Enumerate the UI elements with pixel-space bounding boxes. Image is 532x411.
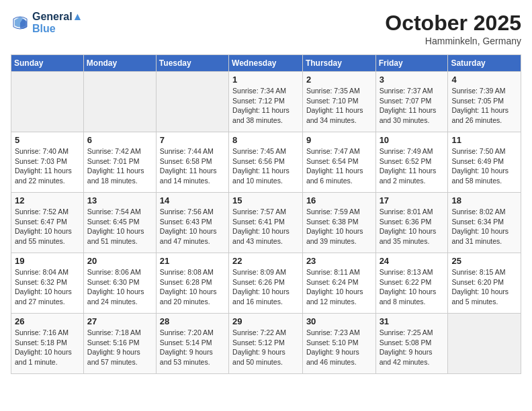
day-info: Sunrise: 7:18 AM Sunset: 5:16 PM Dayligh… (87, 328, 152, 367)
calendar-cell: 26Sunrise: 7:16 AM Sunset: 5:18 PM Dayli… (11, 314, 84, 374)
day-info: Sunrise: 7:44 AM Sunset: 6:58 PM Dayligh… (160, 146, 225, 186)
day-info: Sunrise: 8:01 AM Sunset: 6:36 PM Dayligh… (380, 207, 445, 246)
day-info: Sunrise: 7:37 AM Sunset: 7:07 PM Dayligh… (380, 86, 445, 126)
day-info: Sunrise: 8:11 AM Sunset: 6:24 PM Dayligh… (306, 267, 372, 307)
calendar-cell: 6Sunrise: 7:42 AM Sunset: 7:01 PM Daylig… (83, 132, 156, 193)
day-info: Sunrise: 7:16 AM Sunset: 5:18 PM Dayligh… (15, 328, 80, 367)
day-number: 8 (232, 135, 299, 145)
day-number: 6 (87, 135, 152, 145)
day-number: 1 (232, 75, 299, 85)
calendar-header-row: SundayMondayTuesdayWednesdayThursdayFrid… (11, 55, 521, 72)
day-info: Sunrise: 7:45 AM Sunset: 6:56 PM Dayligh… (232, 146, 299, 186)
day-number: 11 (451, 135, 517, 145)
column-header-saturday: Saturday (448, 55, 521, 72)
day-info: Sunrise: 7:56 AM Sunset: 6:43 PM Dayligh… (160, 207, 225, 246)
calendar-cell: 25Sunrise: 8:15 AM Sunset: 6:20 PM Dayli… (448, 253, 521, 314)
day-info: Sunrise: 7:47 AM Sunset: 6:54 PM Dayligh… (306, 146, 372, 186)
day-info: Sunrise: 8:15 AM Sunset: 6:20 PM Dayligh… (451, 267, 517, 307)
calendar-cell: 18Sunrise: 8:02 AM Sunset: 6:34 PM Dayli… (448, 193, 521, 253)
day-info: Sunrise: 7:40 AM Sunset: 7:03 PM Dayligh… (15, 146, 80, 186)
day-info: Sunrise: 7:57 AM Sunset: 6:41 PM Dayligh… (232, 207, 299, 246)
column-header-thursday: Thursday (302, 55, 375, 72)
calendar-cell: 19Sunrise: 8:04 AM Sunset: 6:32 PM Dayli… (11, 253, 84, 314)
day-info: Sunrise: 7:52 AM Sunset: 6:47 PM Dayligh… (15, 207, 80, 246)
column-header-friday: Friday (375, 55, 448, 72)
column-header-wednesday: Wednesday (229, 55, 303, 72)
day-number: 10 (380, 135, 445, 145)
day-number: 31 (380, 316, 445, 326)
day-info: Sunrise: 8:02 AM Sunset: 6:34 PM Dayligh… (451, 207, 517, 246)
calendar-cell: 23Sunrise: 8:11 AM Sunset: 6:24 PM Dayli… (302, 253, 375, 314)
day-number: 30 (306, 316, 372, 326)
calendar-cell (11, 72, 84, 132)
day-number: 28 (160, 316, 225, 326)
calendar-cell: 14Sunrise: 7:56 AM Sunset: 6:43 PM Dayli… (156, 193, 228, 253)
day-number: 18 (451, 195, 517, 205)
day-number: 15 (232, 195, 299, 205)
day-info: Sunrise: 8:13 AM Sunset: 6:22 PM Dayligh… (380, 267, 445, 307)
day-number: 5 (15, 135, 80, 145)
day-number: 16 (306, 195, 372, 205)
logo-text: General▲ Blue (32, 11, 83, 34)
logo-icon (11, 13, 30, 32)
calendar-cell: 3Sunrise: 7:37 AM Sunset: 7:07 PM Daylig… (375, 72, 448, 132)
calendar-cell: 5Sunrise: 7:40 AM Sunset: 7:03 PM Daylig… (11, 132, 84, 193)
day-info: Sunrise: 7:54 AM Sunset: 6:45 PM Dayligh… (87, 207, 152, 246)
day-info: Sunrise: 8:09 AM Sunset: 6:26 PM Dayligh… (232, 267, 299, 307)
calendar-cell: 11Sunrise: 7:50 AM Sunset: 6:49 PM Dayli… (448, 132, 521, 193)
day-info: Sunrise: 8:06 AM Sunset: 6:30 PM Dayligh… (87, 267, 152, 307)
day-number: 14 (160, 195, 225, 205)
day-number: 12 (15, 195, 80, 205)
calendar-week-row: 5Sunrise: 7:40 AM Sunset: 7:03 PM Daylig… (11, 132, 521, 193)
calendar-cell: 10Sunrise: 7:49 AM Sunset: 6:52 PM Dayli… (375, 132, 448, 193)
day-number: 20 (87, 256, 152, 266)
day-number: 19 (15, 256, 80, 266)
day-info: Sunrise: 8:04 AM Sunset: 6:32 PM Dayligh… (15, 267, 80, 307)
calendar-cell: 7Sunrise: 7:44 AM Sunset: 6:58 PM Daylig… (156, 132, 228, 193)
day-number: 29 (232, 316, 299, 326)
day-number: 3 (380, 75, 445, 85)
day-number: 22 (232, 256, 299, 266)
location-subtitle: Hamminkeln, Germany (385, 36, 521, 46)
calendar-cell: 30Sunrise: 7:23 AM Sunset: 5:10 PM Dayli… (302, 314, 375, 374)
calendar-cell: 22Sunrise: 8:09 AM Sunset: 6:26 PM Dayli… (229, 253, 303, 314)
day-info: Sunrise: 7:20 AM Sunset: 5:14 PM Dayligh… (160, 328, 225, 367)
calendar-cell: 9Sunrise: 7:47 AM Sunset: 6:54 PM Daylig… (302, 132, 375, 193)
day-info: Sunrise: 7:22 AM Sunset: 5:12 PM Dayligh… (232, 328, 299, 367)
day-info: Sunrise: 7:59 AM Sunset: 6:38 PM Dayligh… (306, 207, 372, 246)
calendar-week-row: 1Sunrise: 7:34 AM Sunset: 7:12 PM Daylig… (11, 72, 521, 132)
calendar-cell: 29Sunrise: 7:22 AM Sunset: 5:12 PM Dayli… (229, 314, 303, 374)
day-info: Sunrise: 8:08 AM Sunset: 6:28 PM Dayligh… (160, 267, 225, 307)
calendar-cell: 24Sunrise: 8:13 AM Sunset: 6:22 PM Dayli… (375, 253, 448, 314)
calendar-cell: 8Sunrise: 7:45 AM Sunset: 6:56 PM Daylig… (229, 132, 303, 193)
day-number: 9 (306, 135, 372, 145)
calendar-week-row: 12Sunrise: 7:52 AM Sunset: 6:47 PM Dayli… (11, 193, 521, 253)
day-info: Sunrise: 7:50 AM Sunset: 6:49 PM Dayligh… (451, 146, 517, 186)
calendar-cell: 21Sunrise: 8:08 AM Sunset: 6:28 PM Dayli… (156, 253, 228, 314)
calendar-cell: 4Sunrise: 7:39 AM Sunset: 7:05 PM Daylig… (448, 72, 521, 132)
day-number: 24 (380, 256, 445, 266)
calendar-cell: 2Sunrise: 7:35 AM Sunset: 7:10 PM Daylig… (302, 72, 375, 132)
day-number: 4 (451, 75, 517, 85)
calendar-cell: 31Sunrise: 7:25 AM Sunset: 5:08 PM Dayli… (375, 314, 448, 374)
day-info: Sunrise: 7:42 AM Sunset: 7:01 PM Dayligh… (87, 146, 152, 186)
day-number: 13 (87, 195, 152, 205)
title-block: October 2025 Hamminkeln, Germany (385, 11, 521, 46)
column-header-monday: Monday (83, 55, 156, 72)
day-info: Sunrise: 7:23 AM Sunset: 5:10 PM Dayligh… (306, 328, 372, 367)
calendar-cell: 27Sunrise: 7:18 AM Sunset: 5:16 PM Dayli… (83, 314, 156, 374)
calendar-cell: 1Sunrise: 7:34 AM Sunset: 7:12 PM Daylig… (229, 72, 303, 132)
day-info: Sunrise: 7:49 AM Sunset: 6:52 PM Dayligh… (380, 146, 445, 186)
day-info: Sunrise: 7:39 AM Sunset: 7:05 PM Dayligh… (451, 86, 517, 126)
calendar-cell: 15Sunrise: 7:57 AM Sunset: 6:41 PM Dayli… (229, 193, 303, 253)
logo: General▲ Blue (11, 11, 83, 34)
calendar-week-row: 26Sunrise: 7:16 AM Sunset: 5:18 PM Dayli… (11, 314, 521, 374)
day-number: 25 (451, 256, 517, 266)
calendar-cell (156, 72, 228, 132)
calendar-cell (448, 314, 521, 374)
day-info: Sunrise: 7:34 AM Sunset: 7:12 PM Dayligh… (232, 86, 299, 126)
calendar-cell: 12Sunrise: 7:52 AM Sunset: 6:47 PM Dayli… (11, 193, 84, 253)
calendar-cell (83, 72, 156, 132)
day-number: 7 (160, 135, 225, 145)
calendar-table: SundayMondayTuesdayWednesdayThursdayFrid… (11, 54, 521, 374)
